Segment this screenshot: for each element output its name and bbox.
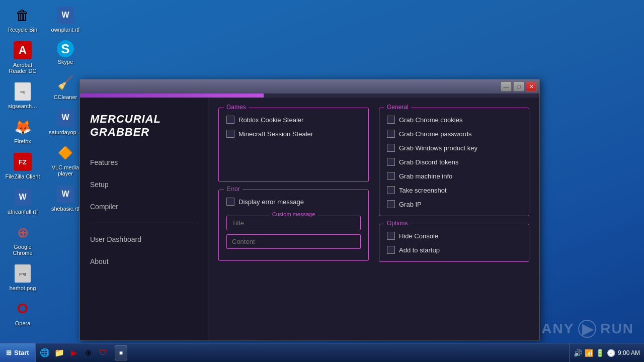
- taskbar-app-label: ■: [119, 349, 123, 356]
- roblox-checkbox[interactable]: [226, 116, 234, 124]
- sidebar-item-about[interactable]: About: [80, 250, 208, 273]
- windows-product-key-item: Grab Windows product key: [387, 144, 521, 152]
- games-legend: Games: [224, 104, 249, 111]
- hide-console-label: Hide Console: [399, 232, 438, 240]
- app-window: — □ ✕ MERCURIAL GRABBER Features Setup C…: [79, 79, 540, 340]
- add-startup-label: Add to startup: [399, 246, 440, 254]
- chrome-passwords-item: Grab Chrome passwords: [387, 130, 521, 138]
- progress-bar-fill: [80, 94, 264, 98]
- taskbar-ie-icon[interactable]: 🌐: [38, 346, 51, 359]
- herhot-icon[interactable]: png herhot.png: [3, 261, 43, 294]
- grab-ip-item: Grab IP: [387, 200, 521, 208]
- tray-battery-icon[interactable]: 🔋: [596, 349, 604, 357]
- watermark-text: ANY: [541, 321, 574, 337]
- chrome-passwords-checkbox[interactable]: [387, 130, 395, 138]
- start-button[interactable]: ⊞ Start: [0, 343, 36, 363]
- discord-tokens-checkbox[interactable]: [387, 158, 395, 166]
- general-legend: General: [384, 104, 411, 111]
- taskbar: ⊞ Start 🌐 📁 ▶ ⊕ 🛡 ■ 🔊 📶 🔋 🕘 9:00 AM: [0, 343, 644, 362]
- sidebar-item-dashboard[interactable]: User Dashboard: [80, 228, 208, 250]
- watermark-suffix: RUN: [600, 321, 634, 337]
- content-input[interactable]: [226, 234, 361, 249]
- tray-time: 9:00 AM: [618, 349, 640, 356]
- app-content: MERCURIAL GRABBER Features Setup Compile…: [80, 98, 539, 340]
- minecraft-label: Minecraft Session Stealer: [238, 130, 313, 138]
- grab-ip-checkbox[interactable]: [387, 200, 395, 208]
- watermark-play-icon: ▶: [578, 320, 596, 338]
- africanfull-icon[interactable]: W africanfull.rtf: [3, 185, 43, 217]
- chrome-passwords-label: Grab Chrome passwords: [399, 130, 472, 138]
- filezilla-icon[interactable]: FZ FileZilla Client: [3, 149, 43, 182]
- taskbar-folder-icon[interactable]: 📁: [53, 346, 66, 359]
- add-startup-item: Add to startup: [387, 246, 521, 254]
- hide-console-item: Hide Console: [387, 232, 521, 240]
- desktop-icons: 🗑 Recycle Bin A Acrobat Reader DC sig si…: [0, 0, 86, 342]
- left-column: Games Roblox Cookie Stealer Minecraft Se…: [218, 108, 369, 330]
- minimize-button[interactable]: —: [501, 81, 512, 92]
- opera-icon[interactable]: O Opera: [3, 296, 43, 329]
- error-panel: Error Display error message Custom messa…: [218, 190, 369, 261]
- progress-bar-container: [80, 94, 539, 98]
- anyrun-watermark: ANY ▶ RUN: [541, 320, 634, 338]
- taskbar-chrome-icon[interactable]: ⊕: [82, 346, 95, 359]
- windows-product-key-checkbox[interactable]: [387, 144, 395, 152]
- taskbar-app-item[interactable]: ■: [115, 345, 127, 360]
- machine-info-item: Grab machine info: [387, 172, 521, 180]
- add-startup-checkbox[interactable]: [387, 246, 395, 254]
- sidebar-item-features[interactable]: Features: [80, 151, 208, 173]
- screenshot-item: Take screenshot: [387, 186, 521, 194]
- maximize-button[interactable]: □: [513, 81, 524, 92]
- screenshot-checkbox[interactable]: [387, 186, 395, 194]
- close-button[interactable]: ✕: [526, 81, 537, 92]
- tray-network-icon[interactable]: 📶: [585, 349, 593, 357]
- taskbar-tray: 🔊 📶 🔋 🕘 9:00 AM: [569, 343, 644, 362]
- machine-info-label: Grab machine info: [399, 172, 452, 180]
- options-legend: Options: [384, 220, 410, 227]
- ownplant-icon[interactable]: W ownplant.rtf: [45, 3, 86, 35]
- error-legend: Error: [224, 186, 243, 193]
- grab-ip-label: Grab IP: [399, 201, 422, 208]
- general-panel: General Grab Chrome cookies Grab Chrome …: [379, 108, 529, 216]
- display-error-checkbox[interactable]: [226, 198, 234, 206]
- chrome-icon[interactable]: ⊕ Google Chrome: [3, 220, 43, 258]
- roblox-label: Roblox Cookie Stealer: [238, 116, 303, 124]
- hide-console-checkbox[interactable]: [387, 232, 395, 240]
- tray-clock-icon[interactable]: 🕘: [607, 349, 615, 357]
- main-content: Games Roblox Cookie Stealer Minecraft Se…: [208, 98, 539, 340]
- discord-tokens-item: Grab Discord tokens: [387, 158, 521, 166]
- games-panel: Games Roblox Cookie Stealer Minecraft Se…: [218, 108, 369, 182]
- taskbar-media-icon[interactable]: ▶: [67, 346, 80, 359]
- taskbar-apps: ■: [112, 345, 569, 360]
- chrome-cookies-item: Grab Chrome cookies: [387, 116, 521, 124]
- taskbar-quick-launch: 🌐 📁 ▶ ⊕ 🛡: [36, 346, 112, 359]
- start-label: Start: [14, 349, 29, 356]
- skype-icon[interactable]: S Skype: [45, 38, 86, 67]
- display-error-label: Display error message: [238, 198, 304, 206]
- display-error-item: Display error message: [226, 198, 361, 206]
- sidebar-item-setup[interactable]: Setup: [80, 173, 208, 196]
- app-title: MERCURIAL GRABBER: [80, 105, 208, 151]
- options-panel: Options Hide Console Add to startup: [379, 224, 529, 262]
- windows-logo: ⊞: [6, 349, 12, 356]
- roblox-item: Roblox Cookie Stealer: [226, 116, 361, 124]
- desktop: 🗑 Recycle Bin A Acrobat Reader DC sig si…: [0, 0, 644, 362]
- minecraft-checkbox[interactable]: [226, 130, 234, 138]
- firefox-icon[interactable]: 🦊 Firefox: [3, 114, 43, 147]
- windows-product-key-label: Grab Windows product key: [399, 144, 477, 152]
- sidebar-item-compiler[interactable]: Compiler: [80, 196, 208, 218]
- chrome-cookies-label: Grab Chrome cookies: [399, 116, 462, 124]
- sigsearch-icon[interactable]: sig sigsearch…: [3, 79, 43, 112]
- discord-tokens-label: Grab Discord tokens: [399, 158, 459, 166]
- screenshot-label: Take screenshot: [399, 187, 447, 194]
- custom-msg-label: Custom message: [270, 211, 318, 217]
- chrome-cookies-checkbox[interactable]: [387, 116, 395, 124]
- acrobat-icon[interactable]: A Acrobat Reader DC: [3, 38, 43, 76]
- recycle-bin-icon[interactable]: 🗑 Recycle Bin: [3, 3, 43, 35]
- right-column: General Grab Chrome cookies Grab Chrome …: [379, 108, 529, 330]
- tray-sound-icon[interactable]: 🔊: [574, 349, 582, 357]
- minecraft-item: Minecraft Session Stealer: [226, 130, 361, 138]
- taskbar-shield-icon[interactable]: 🛡: [97, 346, 110, 359]
- title-bar: — □ ✕: [80, 79, 539, 94]
- machine-info-checkbox[interactable]: [387, 172, 395, 180]
- title-input[interactable]: [226, 216, 361, 230]
